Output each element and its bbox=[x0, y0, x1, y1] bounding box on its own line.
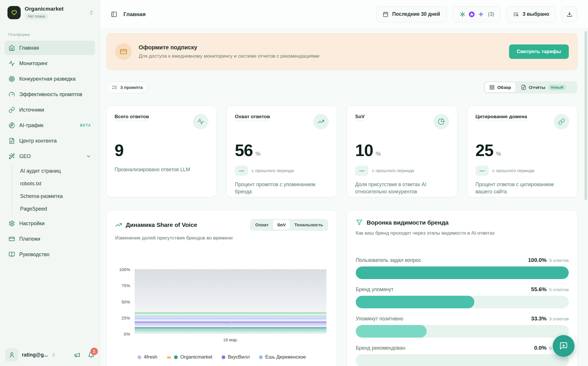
chart-legend: 4freshOrganicmarketВкусВиллЕшь Деревенск… bbox=[115, 354, 328, 360]
sidebar-subitem-schema-markup[interactable]: Schema-разметка bbox=[20, 190, 95, 203]
models-filter-button[interactable]: (3) bbox=[452, 6, 501, 22]
download-icon bbox=[566, 11, 572, 17]
legend-item[interactable]: ВкусВилл bbox=[222, 354, 250, 360]
sov-dynamics-card: Динамика Share of Voice Охват SoV Тональ… bbox=[106, 210, 337, 366]
stat-card-title[interactable]: SoV bbox=[355, 114, 365, 121]
funnel-row: Упомянут позитивно 33.3%3 ответов bbox=[356, 316, 569, 338]
geo-submenu: AI аудит страниц robots.txt Schema-разме… bbox=[12, 165, 95, 215]
sov-card-subtitle: Изменение долей присутствия брендов во в… bbox=[115, 234, 247, 242]
user-email[interactable]: rating@g... bbox=[22, 352, 48, 358]
user-row: rating@g... 1 bbox=[5, 348, 94, 361]
chevrons-up-down-icon[interactable] bbox=[89, 10, 94, 15]
home-icon bbox=[9, 45, 15, 51]
sidebar-item-settings[interactable]: Настройки bbox=[5, 216, 95, 231]
y-axis-tick-label: 25% bbox=[115, 316, 130, 320]
funnel-step-label: Пользователь задал вопрос bbox=[356, 257, 421, 263]
download-button[interactable] bbox=[562, 6, 577, 22]
sidebar-item-label: GEO bbox=[19, 153, 31, 159]
message-square-plus-icon bbox=[559, 342, 568, 350]
openai-logo-icon bbox=[459, 11, 466, 18]
sidebar-subitem-label: PageSpeed bbox=[20, 206, 47, 212]
stat-card-title[interactable]: Цитирование домена bbox=[475, 114, 527, 121]
prompts-chip-label: 3 промпта bbox=[120, 85, 143, 90]
sidebar-item-sources[interactable]: Источники bbox=[5, 103, 95, 117]
tab-sov[interactable]: SoV bbox=[273, 220, 290, 230]
sidebar-item-home[interactable]: Главная bbox=[5, 41, 95, 55]
sidebar-item-competitive-intel[interactable]: Конкурентная разведка bbox=[5, 72, 95, 86]
prompts-selected-label: 3 выбрано bbox=[523, 11, 549, 17]
legend-item[interactable]: Organicmarket bbox=[167, 354, 212, 360]
funnel-bar-track bbox=[356, 354, 569, 366]
stat-card-total-answers: Всего ответов 9 Проанализировано ответов… bbox=[106, 106, 217, 197]
tab-sentiment[interactable]: Тональность bbox=[290, 220, 327, 230]
tab-coverage[interactable]: Охват bbox=[251, 220, 272, 230]
book-open-icon bbox=[9, 251, 15, 258]
gauge-icon bbox=[9, 91, 15, 98]
funnel-bar-track bbox=[356, 325, 569, 338]
sidebar-item-payments[interactable]: Платежи bbox=[5, 232, 95, 246]
stat-value: 10 bbox=[355, 142, 373, 159]
funnel-bar-track bbox=[356, 266, 569, 279]
legend-dot bbox=[259, 355, 263, 359]
legend-item[interactable]: 4fresh bbox=[138, 354, 157, 360]
feedback-chat-fab[interactable] bbox=[553, 335, 575, 357]
view-plans-button[interactable]: Смотреть тарифы bbox=[509, 44, 569, 59]
workspace-switcher[interactable]: Organicmarket Нет плана bbox=[0, 0, 100, 19]
sov-chart-svg bbox=[135, 269, 326, 334]
legend-label: Organicmarket bbox=[180, 354, 212, 360]
sidebar-item-prompt-effectiveness[interactable]: Эффективность промптов bbox=[5, 87, 95, 102]
wand-sparkles-icon bbox=[9, 153, 15, 159]
megaphone-icon[interactable] bbox=[74, 352, 80, 358]
stat-card-sov: SoV 10% —с прошлого периода Доля присутс… bbox=[347, 106, 457, 197]
sidebar-subitem-pagespeed[interactable]: PageSpeed bbox=[20, 203, 95, 215]
file-text-icon bbox=[521, 85, 526, 90]
y-axis-tick-label: 0% bbox=[115, 332, 130, 336]
y-axis-tick-label: 50% bbox=[115, 299, 130, 304]
change-indicator: — bbox=[235, 166, 248, 176]
sidebar-item-label: Эффективность промптов bbox=[19, 92, 82, 98]
stat-card-title[interactable]: Всего ответов bbox=[115, 114, 149, 121]
date-range-label: Последние 30 дней bbox=[392, 11, 440, 17]
funnel-card-title: Воронка видимости бренда bbox=[367, 219, 448, 226]
panel-left-icon[interactable] bbox=[111, 11, 117, 17]
stat-card-title[interactable]: Охват ответов bbox=[235, 114, 270, 121]
date-range-button[interactable]: Последние 30 дней bbox=[376, 6, 447, 22]
stat-value: 56 bbox=[235, 142, 253, 159]
legend-item[interactable]: Ешь Деревенское bbox=[259, 354, 306, 360]
calendar-icon bbox=[383, 11, 388, 17]
sidebar-section-label: Платформа bbox=[5, 32, 95, 37]
sidebar-item-monitoring[interactable]: Мониторинг bbox=[5, 56, 95, 71]
sidebar-item-guide[interactable]: Руководство bbox=[5, 247, 95, 262]
sidebar-subitem-robots-txt[interactable]: robots.txt bbox=[20, 177, 95, 190]
user-icon bbox=[9, 352, 15, 358]
radar-icon bbox=[9, 122, 15, 129]
activity-icon bbox=[9, 60, 15, 67]
tab-overview[interactable]: Обзор bbox=[485, 82, 515, 92]
stat-suffix: % bbox=[496, 151, 501, 159]
stat-card-answer-coverage: Охват ответов 56% —с прошлого периода Пр… bbox=[227, 106, 337, 197]
layout-grid-icon bbox=[489, 85, 495, 90]
scrollbar-thumb[interactable] bbox=[585, 31, 587, 200]
main-content: Оформите подписку Для доступа к ежедневн… bbox=[100, 29, 588, 366]
sidebar-item-geo[interactable]: GEO bbox=[5, 149, 95, 163]
banner-title: Оформите подписку bbox=[139, 44, 319, 51]
prompts-filter-button[interactable]: 3 выбрано bbox=[506, 6, 556, 22]
gear-icon bbox=[9, 220, 15, 227]
tab-reports[interactable]: Отчёты Новый bbox=[517, 82, 570, 92]
avatar[interactable] bbox=[5, 348, 18, 361]
plan-badge: Нет плана bbox=[25, 13, 48, 19]
legend-label: Ешь Деревенское bbox=[265, 354, 306, 360]
sidebar-item-label: Конкурентная разведка bbox=[19, 76, 76, 82]
change-label: с прошлого периода bbox=[252, 168, 294, 173]
legend-dot bbox=[222, 355, 225, 359]
sidebar-item-label: Платежи bbox=[19, 236, 40, 242]
credit-card-icon bbox=[115, 43, 132, 60]
chevrons-up-down-icon[interactable] bbox=[51, 353, 56, 357]
page-title: Главная bbox=[123, 11, 146, 17]
funnel-step-label: Бренд упомянут bbox=[356, 287, 394, 293]
sidebar-subitem-ai-page-audit[interactable]: AI аудит страниц bbox=[20, 165, 95, 177]
prompts-chip[interactable]: 3 промпта bbox=[106, 81, 148, 93]
sidebar-item-ai-traffic[interactable]: AI-трафик BETA bbox=[5, 118, 95, 133]
sidebar-item-content-center[interactable]: Центр контента bbox=[5, 134, 95, 148]
legend-dot bbox=[138, 355, 141, 359]
